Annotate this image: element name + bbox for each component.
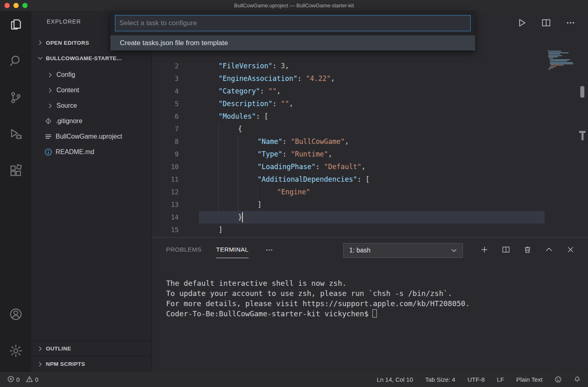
activity-item-explorer[interactable] xyxy=(0,15,31,35)
code-line-4[interactable]: 4"Category": "", xyxy=(152,85,588,98)
minimize-window-button[interactable] xyxy=(13,3,19,8)
chevron-right-icon xyxy=(47,102,54,109)
quick-input-field[interactable] xyxy=(115,15,471,31)
code-line-6[interactable]: 6"Modules": [ xyxy=(152,110,588,123)
code-line-11[interactable]: 11"AdditionalDependencies": [ xyxy=(152,173,588,186)
code-line-10[interactable]: 10"LoadingPhase": "Default", xyxy=(152,161,588,173)
panel-tab-problems[interactable]: PROBLEMS xyxy=(166,238,201,261)
terminal-cursor xyxy=(372,309,377,317)
activity-item-accounts[interactable] xyxy=(0,305,31,325)
minimap[interactable] xyxy=(547,50,577,70)
line-number: 7 xyxy=(152,123,179,135)
code-text: "Modules": [ xyxy=(199,112,268,120)
open-editors-label: OPEN EDITORS xyxy=(46,40,89,46)
source-control-icon xyxy=(9,90,23,107)
section-outline[interactable]: OUTLINE xyxy=(31,341,151,356)
terminal-shell-select[interactable]: 1: bash xyxy=(343,243,463,258)
tree-item-bullcowgame-uproject[interactable]: BullCowGame.uproject xyxy=(31,129,151,144)
activity-item-search[interactable] xyxy=(0,52,31,72)
chevron-right-icon xyxy=(37,361,43,367)
code-editor[interactable]: 2"FileVersion": 3,3"EngineAssociation": … xyxy=(152,60,588,236)
code-line-14[interactable]: 14} xyxy=(152,211,588,224)
code-line-9[interactable]: 9"Type": "Runtime", xyxy=(152,148,588,161)
tree-item-content[interactable]: Content xyxy=(31,83,151,98)
code-line-12[interactable]: 12"Engine" xyxy=(152,186,588,198)
line-number: 5 xyxy=(152,98,179,110)
panel-more-tabs-icon[interactable] xyxy=(265,246,274,254)
section-npm-scripts[interactable]: NPM SCRIPTS xyxy=(31,356,151,372)
terminal-line: For more details, please visit https://s… xyxy=(166,298,576,309)
terminal[interactable]: The default interactive shell is now zsh… xyxy=(166,278,576,319)
shell-select-value: 1: bash xyxy=(349,247,370,254)
files-icon xyxy=(9,17,23,33)
encoding[interactable]: UTF-8 xyxy=(467,376,485,383)
code-line-3[interactable]: 3"EngineAssociation": "4.22", xyxy=(152,72,588,85)
line-number: 2 xyxy=(152,60,179,72)
code-text: "AdditionalDependencies": [ xyxy=(199,175,370,183)
tree-item-readme-md[interactable]: README.md xyxy=(31,144,151,160)
code-line-13[interactable]: 13] xyxy=(152,198,588,211)
gear-icon xyxy=(9,344,23,360)
file-tree: ConfigContentSource.gitignoreBullCowGame… xyxy=(31,67,151,160)
sidebar-title: EXPLORER xyxy=(47,18,81,25)
npm-scripts-label: NPM SCRIPTS xyxy=(46,361,85,367)
scrollbar-thumb[interactable] xyxy=(580,86,584,98)
notifications-bell-icon[interactable] xyxy=(574,376,581,383)
code-text: "Description": "", xyxy=(199,100,293,108)
search-icon xyxy=(9,54,23,70)
window-title: BullCowGame.uproject — BullCowGame-start… xyxy=(0,0,588,11)
tree-item-label: README.md xyxy=(56,148,94,156)
code-line-2[interactable]: 2"FileVersion": 3, xyxy=(152,60,588,72)
quick-input-item[interactable]: Create tasks.json file from template xyxy=(110,35,475,50)
close-window-button[interactable] xyxy=(4,3,10,8)
chevron-right-icon xyxy=(47,87,54,94)
workspace-label: BULLCOWGAME-STARTE... xyxy=(46,55,122,61)
code-line-7[interactable]: 7{ xyxy=(152,123,588,135)
tab-size[interactable]: Tab Size: 4 xyxy=(425,376,455,383)
account-icon xyxy=(9,307,23,323)
feedback-icon[interactable] xyxy=(555,376,562,383)
close-panel-button[interactable] xyxy=(566,245,575,256)
activity-item-run-debug[interactable] xyxy=(0,125,31,145)
code-text: "Name": "BullCowGame", xyxy=(199,137,349,146)
line-number: 12 xyxy=(152,186,179,198)
quick-input-overlay: Create tasks.json file from template xyxy=(110,11,475,50)
vscode-window: BullCowGame.uproject — BullCowGame-start… xyxy=(0,0,588,387)
terminal-line: To update your account to use zsh, pleas… xyxy=(166,288,576,298)
code-text: "LoadingPhase": "Default", xyxy=(199,163,365,171)
activity-item-extensions[interactable] xyxy=(0,162,31,181)
tree-item-source[interactable]: Source xyxy=(31,98,151,113)
indent-guide xyxy=(238,135,238,211)
tree-item-label: Source xyxy=(56,102,77,109)
warning-count: 0 xyxy=(35,376,38,383)
error-count: 0 xyxy=(16,376,19,383)
terminal-line: The default interactive shell is now zsh… xyxy=(166,278,576,288)
new-terminal-button[interactable] xyxy=(480,245,489,256)
maximize-panel-button[interactable] xyxy=(545,245,553,256)
code-line-8[interactable]: 8"Name": "BullCowGame", xyxy=(152,135,588,148)
line-number: 11 xyxy=(152,173,179,186)
code-line-5[interactable]: 5"Description": "", xyxy=(152,98,588,110)
line-number: 4 xyxy=(152,85,179,98)
code-text: ] xyxy=(199,226,223,234)
cursor-position[interactable]: Ln 14, Col 10 xyxy=(377,376,413,383)
run-button[interactable] xyxy=(517,17,527,30)
zoom-window-button[interactable] xyxy=(22,3,28,8)
kill-terminal-button[interactable] xyxy=(523,245,532,256)
tree-item-config[interactable]: Config xyxy=(31,67,151,83)
language-mode[interactable]: Plain Text xyxy=(516,376,543,383)
activity-item-source-control[interactable] xyxy=(0,89,31,108)
section-workspace[interactable]: BULLCOWGAME-STARTE... xyxy=(31,52,151,65)
code-line-15[interactable]: 15] xyxy=(152,224,588,236)
tree-item--gitignore[interactable]: .gitignore xyxy=(31,113,151,129)
more-actions-button[interactable] xyxy=(565,17,576,30)
split-terminal-button[interactable] xyxy=(502,245,510,256)
panel-tab-terminal[interactable]: TERMINAL xyxy=(216,238,249,261)
split-editor-button[interactable] xyxy=(541,17,551,30)
eol[interactable]: LF xyxy=(497,376,504,383)
line-number: 14 xyxy=(152,211,179,224)
line-number: 3 xyxy=(152,72,179,85)
activity-item-settings[interactable] xyxy=(0,342,31,361)
problems-status[interactable]: 0 0 xyxy=(7,376,39,384)
code-text: ] xyxy=(199,200,262,209)
